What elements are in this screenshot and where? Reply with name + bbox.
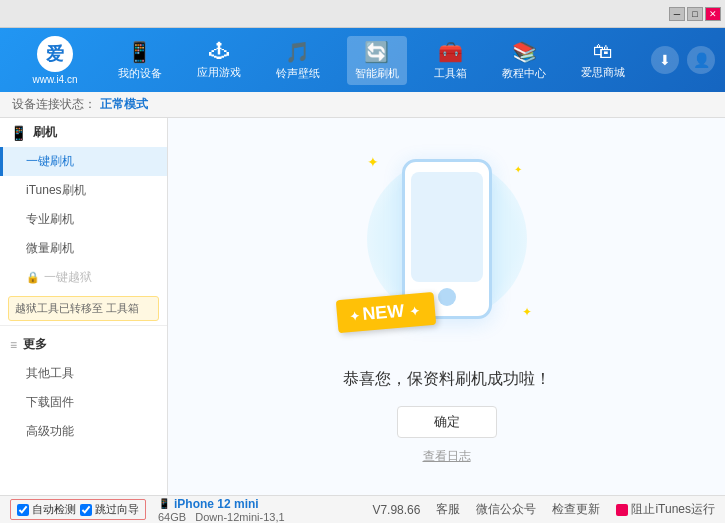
device-icon: 📱	[158, 498, 170, 509]
check-update-link[interactable]: 检查更新	[552, 501, 600, 518]
my-device-label: 我的设备	[118, 66, 162, 81]
stop-itunes-label: 阻止iTunes运行	[631, 501, 715, 518]
advanced-label: 高级功能	[26, 424, 74, 438]
sparkle-1-icon: ✦	[367, 154, 379, 170]
sidebar-more-header: ≡ 更多	[0, 330, 167, 359]
user-button[interactable]: 👤	[687, 46, 715, 74]
new-banner-text: NEW	[361, 300, 405, 324]
sidebar-item-pro-flash[interactable]: 专业刷机	[0, 205, 167, 234]
sidebar-item-advanced[interactable]: 高级功能	[0, 417, 167, 446]
customer-service-link[interactable]: 客服	[436, 501, 460, 518]
sidebar-warning-box: 越狱工具已转移至 工具箱	[8, 296, 159, 321]
checkbox-group: 自动检测 跳过向导	[10, 499, 146, 520]
status-bar: 设备连接状态： 正常模式	[0, 92, 725, 118]
device-model: Down-12mini-13,1	[195, 511, 284, 523]
mall-label: 爱思商城	[581, 65, 625, 80]
nav-my-device[interactable]: 📱 我的设备	[110, 36, 170, 85]
confirm-button[interactable]: 确定	[397, 406, 497, 438]
device-name-text: iPhone 12 mini	[174, 497, 259, 511]
my-device-icon: 📱	[127, 40, 152, 64]
other-tools-label: 其他工具	[26, 366, 74, 380]
maximize-button[interactable]: □	[687, 7, 703, 21]
sidebar-item-itunes-flash[interactable]: iTunes刷机	[0, 176, 167, 205]
sparkle-2-icon: ✦	[514, 164, 522, 175]
auto-detect-label: 自动检测	[32, 502, 76, 517]
success-illustration: ✦ ✦ ✦ NEW	[357, 149, 537, 349]
phone-home-btn	[438, 288, 456, 306]
logo-area: 爱 www.i4.cn	[10, 36, 100, 85]
more-section-icon: ≡	[10, 338, 17, 352]
mall-icon: 🛍	[593, 40, 613, 63]
nav-tutorial[interactable]: 📚 教程中心	[494, 36, 554, 85]
confirm-btn-label: 确定	[434, 414, 460, 429]
sidebar-item-jailbreak-disabled: 🔒 一键越狱	[0, 263, 167, 292]
nav-ringtone[interactable]: 🎵 铃声壁纸	[268, 36, 328, 85]
wechat-public-link[interactable]: 微信公众号	[476, 501, 536, 518]
nav-smart-flash[interactable]: 🔄 智能刷机	[347, 36, 407, 85]
bottom-left: 自动检测 跳过向导 📱 iPhone 12 mini 64GB Down-12m…	[10, 497, 285, 523]
title-bar: ─ □ ✕	[0, 0, 725, 28]
flash-section-icon: 📱	[10, 125, 27, 141]
version-text: V7.98.66	[372, 503, 420, 517]
bottom-right: V7.98.66 客服 微信公众号 检查更新 阻止iTunes运行	[372, 501, 715, 518]
sidebar: 📱 刷机 一键刷机 iTunes刷机 专业刷机 微量刷机 🔒 一键越狱 越狱工具…	[0, 118, 168, 495]
logo-icon: 爱	[37, 36, 73, 72]
pro-flash-label: 专业刷机	[26, 212, 74, 226]
more-section-label: 更多	[23, 336, 47, 353]
skip-wizard-checkbox-group: 跳过向导	[80, 502, 139, 517]
app-games-icon: 🕹	[209, 40, 229, 63]
sidebar-item-micro-flash[interactable]: 微量刷机	[0, 234, 167, 263]
toolbox-icon: 🧰	[438, 40, 463, 64]
device-name: 📱 iPhone 12 mini	[158, 497, 285, 511]
new-banner: NEW	[335, 291, 436, 332]
window-controls[interactable]: ─ □ ✕	[669, 7, 721, 21]
header: 爱 www.i4.cn 📱 我的设备 🕹 应用游戏 🎵 铃声壁纸 🔄 智能刷机 …	[0, 28, 725, 92]
download-firmware-label: 下载固件	[26, 395, 74, 409]
auto-detect-checkbox[interactable]	[17, 504, 29, 516]
minimize-button[interactable]: ─	[669, 7, 685, 21]
itunes-flash-label: iTunes刷机	[26, 183, 86, 197]
toolbox-label: 工具箱	[434, 66, 467, 81]
header-actions: ⬇ 👤	[651, 46, 715, 74]
phone-screen	[411, 172, 483, 282]
show-history-link[interactable]: 查看日志	[423, 448, 471, 465]
flash-section-label: 刷机	[33, 124, 57, 141]
sidebar-flash-header: 📱 刷机	[0, 118, 167, 147]
lock-icon: 🔒	[26, 271, 40, 284]
content-area: ✦ ✦ ✦ NEW 恭喜您，保资料刷机成功啦！ 确定 查看日志	[168, 118, 725, 495]
sidebar-divider-1	[0, 325, 167, 326]
main-layout: 📱 刷机 一键刷机 iTunes刷机 专业刷机 微量刷机 🔒 一键越狱 越狱工具…	[0, 118, 725, 495]
nav-toolbox[interactable]: 🧰 工具箱	[426, 36, 475, 85]
smart-flash-label: 智能刷机	[355, 66, 399, 81]
nav-bar: 📱 我的设备 🕹 应用游戏 🎵 铃声壁纸 🔄 智能刷机 🧰 工具箱 📚 教程中心…	[100, 36, 643, 85]
micro-flash-label: 微量刷机	[26, 241, 74, 255]
warning-text: 越狱工具已转移至 工具箱	[15, 302, 139, 314]
tutorial-icon: 📚	[512, 40, 537, 64]
smart-flash-icon: 🔄	[364, 40, 389, 64]
ringtone-icon: 🎵	[285, 40, 310, 64]
nav-app-games[interactable]: 🕹 应用游戏	[189, 36, 249, 84]
bottom-bar: 自动检测 跳过向导 📱 iPhone 12 mini 64GB Down-12m…	[0, 495, 725, 523]
logo-symbol: 爱	[46, 42, 64, 66]
close-button[interactable]: ✕	[705, 7, 721, 21]
sidebar-item-one-key-flash[interactable]: 一键刷机	[0, 147, 167, 176]
logo-text: www.i4.cn	[32, 74, 77, 85]
device-info: 📱 iPhone 12 mini 64GB Down-12mini-13,1	[158, 497, 285, 523]
sparkle-3-icon: ✦	[522, 305, 532, 319]
success-title: 恭喜您，保资料刷机成功啦！	[343, 369, 551, 390]
tutorial-label: 教程中心	[502, 66, 546, 81]
device-meta: 64GB Down-12mini-13,1	[158, 511, 285, 523]
nav-mall[interactable]: 🛍 爱思商城	[573, 36, 633, 84]
status-label: 设备连接状态：	[12, 96, 96, 113]
status-value: 正常模式	[100, 96, 148, 113]
download-button[interactable]: ⬇	[651, 46, 679, 74]
skip-wizard-checkbox[interactable]	[80, 504, 92, 516]
stop-icon	[616, 504, 628, 516]
one-key-flash-label: 一键刷机	[26, 154, 74, 168]
app-games-label: 应用游戏	[197, 65, 241, 80]
stop-itunes-button[interactable]: 阻止iTunes运行	[616, 501, 715, 518]
device-storage: 64GB	[158, 511, 186, 523]
sidebar-item-download-firmware[interactable]: 下载固件	[0, 388, 167, 417]
ringtone-label: 铃声壁纸	[276, 66, 320, 81]
sidebar-item-other-tools[interactable]: 其他工具	[0, 359, 167, 388]
